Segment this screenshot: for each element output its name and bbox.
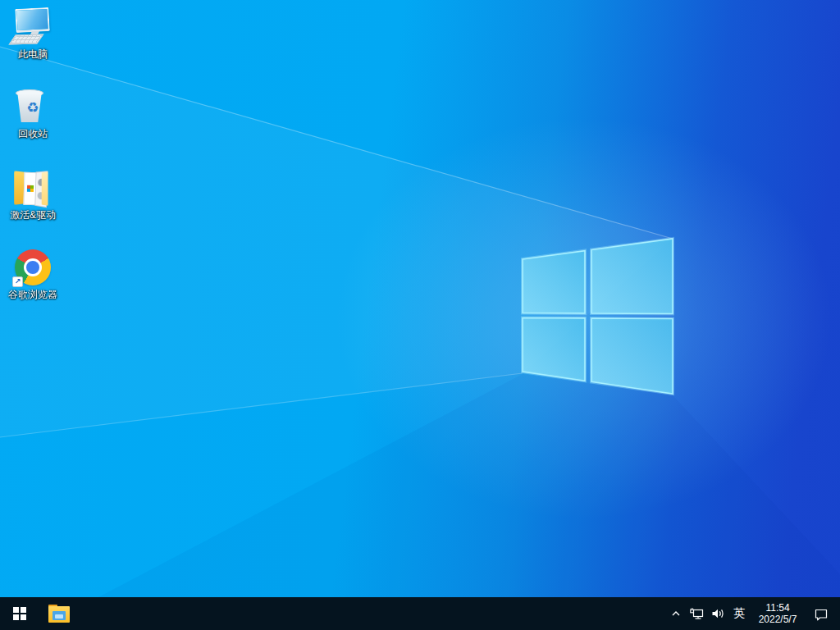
chrome-icon: ↗ bbox=[15, 249, 51, 285]
system-tray: 英 11:54 2022/5/7 bbox=[666, 597, 840, 630]
desktop-icon-label: 激活&驱动 bbox=[10, 210, 56, 221]
desktop-icon-activation-drivers[interactable]: 激活&驱动 bbox=[2, 167, 64, 221]
windows-logo-icon bbox=[13, 607, 26, 620]
tray-network-button[interactable] bbox=[686, 597, 707, 630]
tray-action-center-button[interactable] bbox=[806, 597, 837, 630]
notification-bubble-icon bbox=[814, 607, 829, 621]
taskbar-file-explorer-button[interactable] bbox=[39, 597, 79, 630]
chrome-icon-wrap: ↗ bbox=[10, 247, 56, 288]
file-explorer-icon bbox=[48, 605, 70, 623]
tray-show-hidden-icons-button[interactable] bbox=[666, 597, 686, 630]
start-button[interactable] bbox=[0, 597, 39, 630]
chevron-up-icon bbox=[670, 608, 682, 619]
desktop[interactable]: 此电脑 ♻ 回收站 激活&驱动 ↗ 谷歌浏览器 bbox=[0, 0, 840, 630]
recycle-symbol-icon: ♻ bbox=[10, 100, 56, 116]
desktop-icon-label: 回收站 bbox=[18, 129, 48, 139]
desktop-icon-recycle-bin[interactable]: ♻ 回收站 bbox=[2, 86, 64, 139]
network-ethernet-icon bbox=[690, 607, 704, 620]
this-pc-icon bbox=[10, 7, 56, 48]
clock-date: 2022/5/7 bbox=[759, 614, 797, 625]
tray-input-method-indicator[interactable]: 英 bbox=[728, 597, 750, 630]
desktop-icon-this-pc[interactable]: 此电脑 bbox=[2, 7, 64, 60]
windows-colors-icon bbox=[27, 185, 34, 192]
shortcut-arrow-icon: ↗ bbox=[12, 276, 23, 287]
recycle-bin-icon: ♻ bbox=[10, 86, 56, 127]
wallpaper-windows-logo bbox=[0, 0, 840, 630]
desktop-icon-label: 谷歌浏览器 bbox=[8, 290, 57, 300]
taskbar: 英 11:54 2022/5/7 bbox=[0, 597, 840, 630]
open-folder-icon bbox=[10, 167, 56, 208]
desktop-icon-google-chrome[interactable]: ↗ 谷歌浏览器 bbox=[2, 247, 64, 300]
tray-volume-button[interactable] bbox=[707, 597, 728, 630]
tray-clock[interactable]: 11:54 2022/5/7 bbox=[750, 597, 806, 630]
speaker-sound-icon bbox=[711, 607, 724, 620]
clock-time: 11:54 bbox=[765, 602, 789, 614]
desktop-icon-label: 此电脑 bbox=[18, 49, 48, 60]
